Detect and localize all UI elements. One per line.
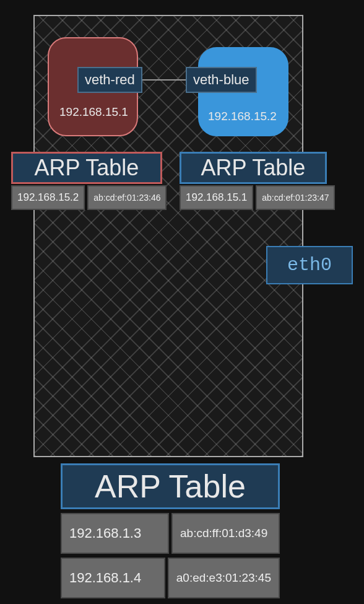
arp-table-red-title: ARP Table: [11, 152, 162, 184]
arp-host-ip-1: 192.168.1.4: [61, 558, 165, 598]
veth-blue-label: veth-blue: [186, 67, 257, 93]
host-interface-label: eth0: [266, 246, 353, 284]
namespace-blue-ip: 192.168.15.2: [208, 110, 277, 123]
arp-table-host-title: ARP Table: [61, 463, 280, 509]
arp-table-red: ARP Table 192.168.15.2 ab:cd:ef:01:23:46: [11, 152, 162, 210]
arp-red-ip: 192.168.15.2: [11, 185, 85, 210]
namespace-red-ip: 192.168.15.1: [59, 105, 128, 119]
arp-table-host: ARP Table 192.168.1.3 ab:cd:ff:01:d3:49 …: [61, 463, 280, 598]
table-row: 192.168.1.4 a0:ed:e3:01:23:45: [61, 558, 280, 598]
table-row: 192.168.1.3 ab:cd:ff:01:d3:49: [61, 513, 280, 554]
arp-host-mac-1: a0:ed:e3:01:23:45: [168, 558, 280, 598]
arp-host-mac-0: ab:cd:ff:01:d3:49: [171, 513, 280, 554]
table-row: 192.168.15.1 ab:cd:ef:01:23:47: [180, 185, 327, 210]
arp-table-blue-title: ARP Table: [180, 152, 327, 184]
table-row: 192.168.15.2 ab:cd:ef:01:23:46: [11, 185, 162, 210]
arp-table-blue: ARP Table 192.168.15.1 ab:cd:ef:01:23:47: [180, 152, 327, 210]
arp-red-mac: ab:cd:ef:01:23:46: [87, 185, 167, 210]
veth-red-label: veth-red: [77, 67, 142, 93]
veth-link-line: [141, 79, 186, 81]
arp-blue-mac: ab:cd:ef:01:23:47: [256, 185, 335, 210]
arp-blue-ip: 192.168.15.1: [180, 185, 253, 210]
arp-host-ip-0: 192.168.1.3: [61, 513, 169, 554]
